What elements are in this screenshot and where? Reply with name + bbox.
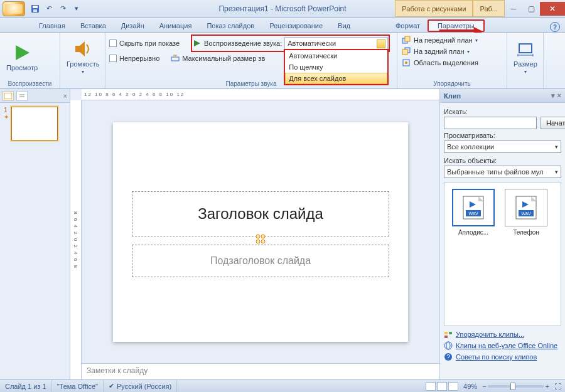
title-placeholder[interactable]: Заголовок слайда [132,191,389,236]
slide-editor: 12 10 8 6 4 2 0 2 4 6 8 10 12 8 6 4 2 0 … [70,89,439,379]
zoom-in-button[interactable]: + [546,383,549,390]
types-select[interactable]: Выбранные типы файлов мул [444,166,561,178]
help-small-icon: ? [444,352,453,361]
loop-label: Непрерывно [119,55,159,62]
search-input[interactable] [444,117,537,129]
organize-icon [444,330,453,339]
vertical-ruler: 8 6 4 2 0 2 4 6 8 [70,100,82,379]
slide-thumbnail-1[interactable]: 1✦ [0,103,70,144]
svg-rect-33 [444,336,448,338]
tab-home[interactable]: Главная [31,19,73,32]
redo-icon[interactable]: ↷ [58,4,68,14]
svg-text:?: ? [446,354,450,361]
slides-tab-icon[interactable] [3,91,14,101]
help-icon[interactable]: ? [550,22,560,32]
status-bar: Слайд 1 из 1 "Тема Office" ✔Русский (Рос… [0,379,565,392]
combo-selected[interactable]: Автоматически [284,37,388,50]
quick-access-toolbar: ↶ ↷ ▾ [30,4,82,14]
wav-file-icon: WAV [462,195,485,220]
types-label: Искать объекты: [444,157,561,164]
ribbon-group-volume: Громкость ▾ [60,33,105,88]
tab-animation[interactable]: Анимация [152,19,200,32]
context-tab-group: Работа с рисунками Раб... [395,0,505,17]
send-back-button[interactable]: На задний план▾ [401,46,470,57]
status-slide: Слайд 1 из 1 [0,380,52,392]
minimize-button[interactable]: ─ [505,2,522,16]
svg-point-19 [256,240,260,243]
status-language[interactable]: ✔Русский (Россия) [104,380,177,392]
fit-view-button[interactable]: ⛶ [554,383,561,390]
chevron-down-icon: ▾ [524,69,527,75]
volume-button[interactable]: Громкость ▾ [64,38,102,76]
preview-button[interactable]: Просмотр [4,41,40,73]
slideshow-view-button[interactable] [448,382,458,391]
svg-rect-2 [33,9,37,12]
clip-result-applause[interactable]: WAV Аплодис... [451,189,496,236]
sorter-view-button[interactable] [437,382,447,391]
organize-clips-link[interactable]: Упорядочить клипы... [444,329,561,340]
hide-checkbox[interactable]: Скрыть при показе [109,39,180,48]
svg-point-20 [261,240,265,243]
hide-label: Скрыть при показе [119,40,180,47]
tab-review[interactable]: Рецензирование [262,19,330,32]
group-label-play: Воспроизвести [4,79,56,88]
zoom-out-button[interactable]: − [482,383,486,390]
pane-close-icon[interactable]: × [557,92,561,100]
notes-pane[interactable]: Заметки к слайду [82,363,439,379]
pane-dropdown-icon[interactable]: ▾ [551,92,555,100]
save-icon[interactable] [30,4,40,14]
clip-result-phone[interactable]: WAV Телефон [503,189,549,236]
horizontal-ruler: 12 10 8 6 4 2 0 2 4 6 8 10 12 [82,89,439,100]
clip-links: Упорядочить клипы... Клипы на веб-узле O… [444,326,561,365]
office-button[interactable] [3,1,25,16]
subtitle-placeholder[interactable]: Подзаголовок слайда [132,245,389,277]
browse-select[interactable]: Все коллекции [444,140,561,153]
normal-view-button[interactable] [426,382,436,391]
front-icon [401,35,411,45]
search-button[interactable]: Начать [541,117,565,129]
tab-parameters[interactable]: Параметры [428,19,485,32]
tab-view[interactable]: Вид [330,19,358,32]
tab-slideshow[interactable]: Показ слайдов [199,19,262,32]
play-sound-combo[interactable]: Автоматически Автоматически По щелчку Дл… [284,37,388,50]
loop-checkbox[interactable]: Непрерывно [109,54,159,63]
combo-option-click[interactable]: По щелчку [285,61,387,73]
tab-insert[interactable]: Вставка [73,19,114,32]
selection-pane-button[interactable]: Область выделения [401,57,478,68]
svg-rect-8 [405,36,410,41]
sound-object-icon[interactable] [254,233,267,245]
zoom-slider[interactable] [488,385,544,388]
size-button[interactable]: Размер ▾ [511,38,540,76]
workspace: × 1✦ 12 10 8 6 4 2 0 2 4 6 8 10 12 8 6 4… [0,89,565,379]
zoom-value: 49% [463,383,477,390]
undo-icon[interactable]: ↶ [44,4,54,14]
svg-marker-4 [75,41,85,56]
svg-text:WAV: WAV [468,211,478,216]
close-pane-icon[interactable]: × [63,92,67,100]
search-tips-link[interactable]: ?Советы по поиску клипов [444,351,561,363]
combo-option-allslides[interactable]: Для всех слайдов [285,73,387,84]
max-size-icon [171,54,180,63]
slide-canvas[interactable]: Заголовок слайда Подзаголовок слайда [82,100,439,363]
highlight-box-combo: Воспроизведение звука: Автоматически Авт… [191,34,390,52]
tab-design[interactable]: Дизайн [114,19,152,32]
ribbon-group-size: Размер ▾ [507,33,544,88]
chevron-down-icon: ▾ [82,69,84,75]
close-button[interactable]: ✕ [540,2,565,16]
clipart-pane: Клип ▾× Искать: Начать Просматривать: Вс… [439,89,565,379]
svg-rect-14 [4,93,12,99]
preview-label: Просмотр [6,64,38,72]
tab-format[interactable]: Формат [388,19,428,32]
slide-thumbnails-pane: × 1✦ [0,89,70,379]
maximize-button[interactable]: ▢ [522,2,540,16]
combo-option-auto[interactable]: Автоматически [285,50,387,61]
animation-star-icon: ✦ [4,114,9,120]
outline-tab-icon[interactable] [16,91,28,101]
context-tab-other[interactable]: Раб... [473,0,505,17]
context-tab-picture[interactable]: Работа с рисунками [395,0,473,17]
sound-play-icon [193,39,202,48]
qat-dropdown-icon[interactable]: ▾ [72,4,82,14]
combo-dropdown: Автоматически По щелчку Для всех слайдов [284,49,389,85]
office-online-link[interactable]: Клипы на веб-узле Office Online [444,340,561,351]
bring-front-button[interactable]: На передний план▾ [401,34,478,46]
